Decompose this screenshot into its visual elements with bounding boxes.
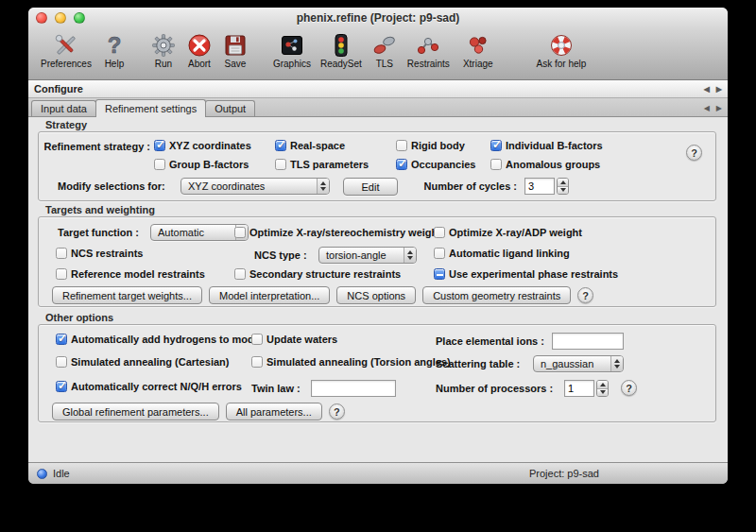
toolbar-button-label: Graphics [273, 59, 311, 69]
number-of-processors-caption: Number of processors : [436, 383, 553, 394]
statusbar: Idle Project: p9-sad [28, 462, 728, 484]
targets-group-title: Targets and weighting [45, 204, 155, 215]
checkbox-optimize-xray-adp-weight[interactable]: Optimize X-ray/ADP weight [434, 226, 582, 239]
tab-input-data[interactable]: Input data [31, 100, 96, 116]
checkbox-xyz-coordinates[interactable]: XYZ coordinates [154, 139, 251, 152]
toolbar-button-readyset[interactable]: ReadySet [316, 31, 367, 70]
targets-group: Target function : Automatic Optimize X-r… [38, 216, 716, 307]
place-ions-input[interactable] [552, 333, 624, 350]
stepper-up-icon[interactable] [558, 179, 568, 186]
cycles-stepper[interactable] [557, 178, 569, 195]
pane-scroll-left-icon[interactable]: ◀ [704, 85, 710, 94]
close-button[interactable] [36, 12, 47, 24]
checkbox-simulated-annealing-torsion[interactable]: Simulated annealing (Torsion angles) [251, 355, 451, 369]
dropdown-arrows-icon [317, 179, 329, 194]
modify-selections-dropdown[interactable]: XYZ coordinates [180, 178, 330, 195]
stepper-down-icon[interactable] [558, 186, 568, 195]
cycles-input[interactable] [524, 178, 555, 195]
window-title: phenix.refine (Project: p9-sad) [297, 11, 460, 25]
processors-input[interactable] [564, 380, 594, 397]
checkbox-tls-parameters[interactable]: TLS parameters [275, 158, 369, 171]
checkbox-label: Group B-factors [169, 159, 249, 170]
tab-scroll-right-icon[interactable]: ▶ [716, 104, 722, 112]
checkbox-simulated-annealing-cartesian[interactable]: Simulated annealing (Cartesian) [56, 355, 229, 369]
toolbar-button-label: Preferences [41, 59, 92, 69]
parameters-help-button[interactable]: ? [329, 403, 345, 420]
toolbar-button-abort[interactable]: Abort [181, 31, 217, 70]
toolbar-button-ask-for-help[interactable]: Ask for help [532, 31, 592, 70]
strategy-group: Refinement strategy : XYZ coordinates Re… [38, 131, 716, 201]
tab-scroll-left-icon[interactable]: ◀ [704, 104, 710, 112]
checkbox-box [234, 227, 246, 238]
refinement-target-weights-button[interactable]: Refinement target weights... [52, 286, 202, 304]
titlebar[interactable]: phenix.refine (Project: p9-sad) [28, 8, 728, 28]
place-elemental-ions-caption: Place elemental ions : [436, 335, 544, 347]
configure-pane-title: Configure [34, 83, 83, 94]
notebook-tabbar: Input data Refinement settings Output ◀ … [28, 98, 728, 117]
tab-refinement-settings[interactable]: Refinement settings [95, 99, 206, 117]
svg-text:?: ? [108, 33, 122, 58]
toolbar-button-label: ReadySet [320, 59, 362, 69]
number-of-cycles-caption: Number of cycles : [415, 180, 517, 192]
toolbar-button-label: TLS [376, 59, 393, 69]
toolbar-button-restraints[interactable]: Restraints [403, 31, 455, 70]
processors-stepper[interactable] [596, 380, 609, 397]
checkbox-box [490, 140, 502, 151]
toolbar-button-tls[interactable]: TLS [367, 31, 403, 70]
checkbox-rigid-body[interactable]: Rigid body [396, 139, 465, 152]
stepper-down-icon[interactable] [597, 388, 608, 397]
checkbox-anomalous-groups[interactable]: Anomalous groups [490, 158, 600, 171]
toolbar-button-save[interactable]: Save [217, 31, 253, 70]
stepper-up-icon[interactable] [597, 381, 608, 388]
checkbox-label: Occupancies [411, 159, 475, 170]
run-icon [150, 32, 177, 58]
checkbox-reference-model-restraints[interactable]: Reference model restraints [56, 267, 205, 281]
checkbox-box [251, 334, 263, 345]
global-refinement-parameters-button[interactable]: Global refinement parameters... [52, 403, 219, 420]
toolbar-button-help[interactable]: ? Help [96, 31, 132, 70]
checkbox-occupancies[interactable]: Occupancies [396, 158, 475, 171]
checkbox-box [234, 268, 246, 280]
toolbar-button-run[interactable]: Run [146, 31, 181, 70]
all-parameters-button[interactable]: All parameters... [226, 403, 322, 420]
checkbox-box [275, 140, 286, 151]
checkbox-label: XYZ coordinates [169, 140, 251, 151]
checkbox-optimize-xray-stereochemistry-weight[interactable]: Optimize X-ray/stereochemistry weight [234, 226, 441, 239]
twin-law-input[interactable] [311, 380, 396, 397]
edit-selection-button[interactable]: Edit [343, 178, 398, 196]
ncs-options-button[interactable]: NCS options [336, 286, 416, 304]
toolbar-button-label: Xtriage [463, 59, 493, 69]
checkbox-ncs-restraints[interactable]: NCS restraints [56, 247, 143, 260]
custom-geometry-restraints-button[interactable]: Custom geometry restraints [422, 286, 571, 304]
checkbox-automatically-add-hydrogens[interactable]: Automatically add hydrogens to model [56, 333, 263, 346]
checkbox-automatic-ligand-linking[interactable]: Automatic ligand linking [434, 247, 570, 260]
checkbox-real-space[interactable]: Real-space [275, 139, 345, 152]
zoom-button[interactable] [74, 12, 85, 24]
model-interpretation-button[interactable]: Model interpretation... [209, 286, 330, 304]
toolbar-button-xtriage[interactable]: Xtriage [458, 31, 498, 70]
processors-help-button[interactable]: ? [621, 380, 637, 396]
checkbox-update-waters[interactable]: Update waters [251, 333, 337, 346]
checkbox-correct-nqh-errors[interactable]: Automatically correct N/Q/H errors [56, 380, 242, 393]
toolbar-button-graphics[interactable]: Graphics [268, 31, 316, 70]
checkbox-individual-b-factors[interactable]: Individual B-factors [490, 139, 603, 152]
scattering-table-dropdown[interactable]: n_gaussian [533, 355, 624, 372]
strategy-group-title: Strategy [45, 119, 87, 130]
checkbox-group-b-factors[interactable]: Group B-factors [154, 158, 249, 171]
scattering-table-caption: Scattering table : [436, 358, 520, 369]
minimize-button[interactable] [55, 12, 66, 24]
tab-output[interactable]: Output [205, 100, 255, 116]
checkbox-secondary-structure-restraints[interactable]: Secondary structure restraints [234, 267, 401, 281]
strategy-help-button[interactable]: ? [686, 145, 702, 161]
ncs-type-dropdown[interactable]: torsion-angle [318, 247, 417, 264]
app-window: phenix.refine (Project: p9-sad) Preferen… [28, 8, 728, 484]
checkbox-box [154, 140, 165, 151]
checkbox-box [56, 381, 67, 392]
checkbox-use-experimental-phase-restraints[interactable]: Use experimental phase restraints [434, 267, 618, 281]
toolbar-button-preferences[interactable]: Preferences [36, 31, 96, 70]
toolbar: Preferences ? Help Run Abort Save Graphi… [28, 28, 728, 80]
pane-scroll-right-icon[interactable]: ▶ [716, 85, 722, 94]
checkbox-box [490, 159, 502, 170]
targets-help-button[interactable]: ? [577, 287, 593, 303]
checkbox-label: Anomalous groups [506, 159, 600, 170]
